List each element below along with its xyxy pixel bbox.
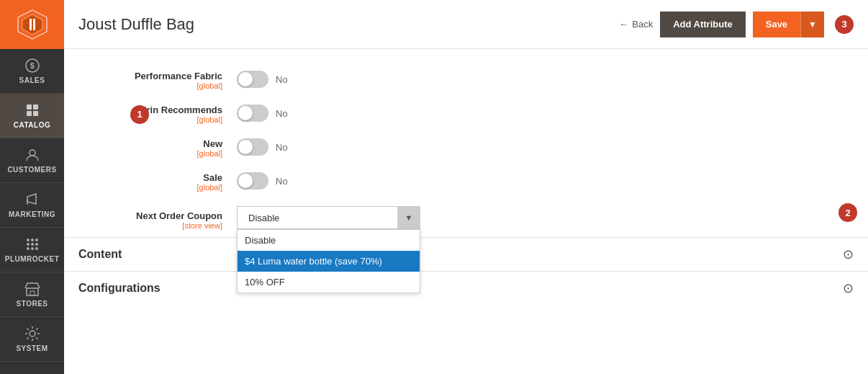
sidebar-item-sales-label: SALES bbox=[19, 76, 45, 84]
content-section-header[interactable]: Content ⊙ bbox=[64, 237, 868, 271]
svg-text:$: $ bbox=[30, 61, 35, 70]
field-label-group: Sale [global] bbox=[78, 172, 237, 192]
field-label-group: Performance Fabric [global] bbox=[78, 71, 237, 90]
toggle-new[interactable] bbox=[237, 138, 268, 156]
toggle-knob bbox=[238, 174, 253, 188]
field-label: Performance Fabric bbox=[78, 71, 222, 81]
field-row-erin-recommends: 1 Erin Recommends [global] No bbox=[64, 97, 868, 131]
svg-point-19 bbox=[27, 247, 30, 250]
field-control: No bbox=[237, 172, 288, 190]
annotation-2: 2 bbox=[838, 203, 857, 222]
toggle-sale[interactable] bbox=[237, 172, 268, 190]
toggle-value: No bbox=[276, 74, 288, 85]
sidebar-item-marketing[interactable]: MARKETING bbox=[0, 183, 64, 228]
toggle-value: No bbox=[276, 142, 288, 153]
svg-rect-3 bbox=[33, 19, 35, 30]
field-scope: [global] bbox=[78, 115, 222, 124]
dropdown-menu: Disable $4 Luma water bottle (save 70%) … bbox=[237, 229, 420, 293]
toggle-value: No bbox=[276, 108, 288, 119]
annotation-1: 1 bbox=[130, 105, 149, 124]
sidebar-item-customers-label: CUSTOMERS bbox=[7, 166, 56, 174]
back-button[interactable]: ← Back bbox=[619, 19, 653, 30]
toggle-track bbox=[237, 138, 268, 156]
select-wrapper: Disable ▼ bbox=[237, 206, 420, 229]
sidebar-item-sales[interactable]: $ SALES bbox=[0, 49, 64, 94]
toggle-value: No bbox=[276, 176, 288, 187]
sidebar-item-plumrocket[interactable]: PLUMROCKET bbox=[0, 228, 64, 272]
sidebar-item-stores[interactable]: STORES bbox=[0, 272, 64, 317]
field-label: Erin Recommends bbox=[78, 104, 222, 115]
svg-rect-2 bbox=[30, 19, 32, 30]
save-button-group: Save ▼ bbox=[753, 12, 824, 37]
field-label: Next Order Coupon bbox=[78, 210, 222, 221]
dropdown-option-disable[interactable]: Disable bbox=[238, 230, 420, 251]
svg-point-14 bbox=[31, 239, 34, 241]
configurations-section-title: Configurations bbox=[78, 282, 161, 295]
toggle-knob bbox=[238, 72, 253, 86]
content-area: Performance Fabric [global] No 1 Erin Re… bbox=[64, 49, 868, 374]
svg-rect-23 bbox=[30, 291, 35, 295]
field-label: New bbox=[78, 138, 222, 149]
field-control: No bbox=[237, 71, 288, 88]
main-content: Joust Duffle Bag ← Back Add Attribute Sa… bbox=[64, 0, 868, 374]
sidebar-item-catalog[interactable]: CATALOG bbox=[0, 94, 64, 138]
field-label-group: New [global] bbox=[78, 138, 237, 158]
field-scope: [global] bbox=[78, 149, 222, 158]
dropdown-option-luma[interactable]: $4 Luma water bottle (save 70%) bbox=[238, 251, 420, 272]
header-actions: ← Back Add Attribute Save ▼ 3 bbox=[619, 12, 854, 37]
svg-rect-22 bbox=[27, 288, 38, 295]
add-attribute-button[interactable]: Add Attribute bbox=[660, 12, 746, 37]
toggle-knob bbox=[238, 106, 253, 120]
dropdown-option-ten-off[interactable]: 10% OFF bbox=[238, 272, 420, 293]
chevron-down-icon: ▼ bbox=[808, 19, 817, 30]
select-container: Disable ▼ Disable $4 Luma water bottle (… bbox=[237, 206, 420, 229]
svg-point-21 bbox=[35, 247, 38, 250]
page-title: Joust Duffle Bag bbox=[78, 15, 619, 34]
header: Joust Duffle Bag ← Back Add Attribute Sa… bbox=[64, 0, 868, 49]
svg-rect-9 bbox=[33, 111, 38, 116]
sidebar-item-marketing-label: MARKETING bbox=[9, 210, 55, 218]
field-row-performance-fabric: Performance Fabric [global] No bbox=[64, 63, 868, 97]
sidebar-item-system-label: SYSTEM bbox=[16, 344, 48, 352]
field-row-sale: Sale [global] No bbox=[64, 165, 868, 199]
content-section-expand-icon: ⊙ bbox=[843, 246, 854, 262]
field-row-next-order-coupon: Next Order Coupon [store view] Disable ▼… bbox=[64, 199, 868, 237]
svg-point-16 bbox=[27, 243, 30, 246]
svg-rect-6 bbox=[27, 104, 32, 110]
field-control: No bbox=[237, 104, 288, 122]
configurations-section-expand-icon: ⊙ bbox=[843, 280, 854, 296]
toggle-erin-recommends[interactable] bbox=[237, 104, 268, 122]
next-order-coupon-select[interactable]: Disable bbox=[237, 206, 420, 229]
svg-rect-7 bbox=[33, 104, 38, 110]
sidebar-item-plumrocket-label: PLUMROCKET bbox=[5, 255, 60, 263]
svg-rect-8 bbox=[27, 111, 32, 116]
sidebar-item-customers[interactable]: CUSTOMERS bbox=[0, 138, 64, 183]
sidebar-item-stores-label: STORES bbox=[17, 300, 48, 308]
back-arrow-icon: ← bbox=[619, 19, 628, 30]
svg-point-24 bbox=[30, 331, 35, 337]
field-scope: [store view] bbox=[78, 221, 222, 230]
annotation-3: 3 bbox=[835, 15, 854, 34]
save-dropdown-button[interactable]: ▼ bbox=[800, 12, 824, 37]
svg-point-18 bbox=[35, 243, 38, 246]
toggle-track bbox=[237, 104, 268, 122]
svg-point-13 bbox=[27, 239, 30, 241]
field-scope: [global] bbox=[78, 183, 222, 192]
toggle-performance-fabric[interactable] bbox=[237, 71, 268, 88]
field-label: Sale bbox=[78, 172, 222, 183]
configurations-section-header[interactable]: Configurations ⊙ bbox=[64, 271, 868, 305]
logo bbox=[0, 0, 64, 49]
svg-point-17 bbox=[31, 243, 34, 246]
svg-point-10 bbox=[30, 150, 35, 156]
toggle-track bbox=[237, 71, 268, 88]
svg-point-20 bbox=[31, 247, 34, 250]
save-button[interactable]: Save bbox=[753, 12, 800, 37]
field-label-group: Erin Recommends [global] bbox=[78, 104, 237, 124]
content-section-title: Content bbox=[78, 248, 122, 261]
field-label-group: Next Order Coupon [store view] bbox=[78, 206, 237, 230]
sidebar-item-system[interactable]: SYSTEM bbox=[0, 317, 64, 362]
sidebar: $ SALES CATALOG CUSTOMERS MARKETING bbox=[0, 0, 64, 374]
field-scope: [global] bbox=[78, 81, 222, 90]
svg-marker-11 bbox=[27, 194, 36, 204]
svg-point-15 bbox=[35, 239, 38, 241]
